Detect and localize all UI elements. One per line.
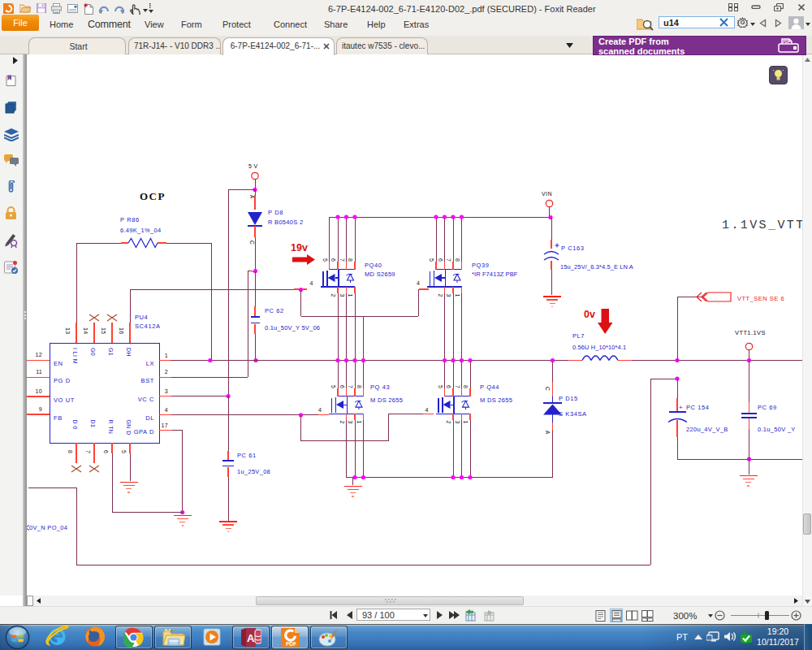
- svg-text:A: A: [247, 632, 255, 644]
- svg-text:14: 14: [83, 327, 89, 335]
- svg-text:PC 69: PC 69: [758, 404, 777, 411]
- svg-text:3: 3: [455, 421, 460, 424]
- svg-text:17: 17: [162, 422, 168, 428]
- svg-text:OCP: OCP: [140, 190, 166, 202]
- svg-text:PC 154: PC 154: [686, 404, 710, 411]
- svg-text:C: C: [249, 240, 255, 245]
- svg-text:P C163: P C163: [561, 245, 584, 252]
- svg-text:220u_4V_V_B: 220u_4V_V_B: [686, 426, 728, 433]
- svg-text:11: 11: [36, 369, 42, 375]
- svg-text:VTT1.1VS: VTT1.1VS: [735, 329, 766, 336]
- svg-text:8: 8: [356, 385, 362, 388]
- svg-text:6: 6: [330, 258, 336, 262]
- svg-text:R TN: R TN: [108, 420, 114, 435]
- svg-text:P R86: P R86: [120, 216, 140, 223]
- svg-text:G1: G1: [108, 348, 114, 356]
- svg-text:0.1u_50V _Y: 0.1u_50V _Y: [758, 426, 796, 433]
- svg-text:A: A: [249, 195, 255, 199]
- svg-text:EN: EN: [54, 360, 63, 367]
- svg-text:7: 7: [348, 385, 353, 388]
- svg-text:2: 2: [165, 369, 168, 375]
- svg-text:2: 2: [446, 421, 451, 424]
- svg-text:2: 2: [438, 294, 443, 297]
- svg-text:3: 3: [339, 294, 345, 297]
- svg-text:1: 1: [455, 294, 460, 297]
- svg-text:0.1u_50V_Y 5V_06: 0.1u_50V_Y 5V_06: [265, 324, 320, 332]
- svg-text:+: +: [679, 404, 683, 411]
- svg-text:3: 3: [446, 294, 451, 297]
- svg-text:I LI M: I LI M: [72, 348, 78, 364]
- svg-text:5 V: 5 V: [248, 163, 257, 169]
- svg-text:4: 4: [310, 280, 313, 286]
- svg-text:GPA D: GPA D: [134, 428, 154, 436]
- svg-text:PU4: PU4: [135, 314, 148, 321]
- svg-text:P D8: P D8: [268, 209, 283, 216]
- svg-text:10: 10: [36, 388, 42, 394]
- svg-text:6: 6: [446, 385, 451, 388]
- svg-text:6.49K_1%_04: 6.49K_1%_04: [120, 227, 161, 234]
- svg-text:1: 1: [356, 421, 362, 424]
- svg-text:PC 62: PC 62: [265, 307, 284, 314]
- svg-text:1: 1: [463, 421, 469, 424]
- svg-text:D 0: D 0: [72, 420, 78, 430]
- svg-text:7: 7: [446, 258, 451, 262]
- svg-text:LX: LX: [146, 360, 154, 367]
- svg-text:1u_25V_08: 1u_25V_08: [237, 468, 270, 475]
- svg-text:1.1VS_VTT: 1.1VS_VTT: [722, 219, 802, 232]
- svg-text:19v: 19v: [291, 242, 308, 254]
- svg-text:3: 3: [348, 421, 353, 424]
- svg-text:P Q44: P Q44: [480, 384, 499, 391]
- svg-text:1: 1: [165, 353, 168, 358]
- svg-text:PDF: PDF: [286, 641, 296, 647]
- svg-text:VIN: VIN: [542, 191, 552, 197]
- svg-text:VC C: VC C: [138, 396, 154, 403]
- svg-text:9: 9: [39, 406, 42, 412]
- svg-text:S K34SA: S K34SA: [559, 410, 587, 418]
- svg-text:MD S2659: MD S2659: [365, 271, 395, 278]
- svg-text:8: 8: [463, 385, 469, 388]
- svg-text:C: C: [545, 387, 551, 391]
- svg-text:R B0540S 2: R B0540S 2: [268, 219, 303, 226]
- svg-text:GN D: GN D: [126, 420, 132, 436]
- svg-text:12: 12: [36, 352, 42, 358]
- svg-text:PC 61: PC 61: [237, 452, 257, 459]
- svg-text:5: 5: [429, 258, 434, 262]
- svg-text:16: 16: [119, 327, 124, 335]
- svg-text:13: 13: [65, 327, 71, 335]
- svg-text:FB: FB: [54, 414, 63, 422]
- svg-text:15u_25V/_6.3*4.5_E LN A: 15u_25V/_6.3*4.5_E LN A: [560, 263, 633, 271]
- svg-text:*IR F7413Z PBF: *IR F7413Z PBF: [472, 271, 518, 278]
- svg-text:8: 8: [67, 450, 73, 453]
- svg-text:5: 5: [330, 385, 336, 388]
- svg-text:PQ39: PQ39: [472, 262, 490, 269]
- svg-text:7: 7: [85, 450, 91, 453]
- svg-text:G0: G0: [90, 348, 96, 356]
- svg-text:5: 5: [438, 385, 443, 388]
- svg-text:DL: DL: [145, 414, 154, 422]
- svg-text:M DS 2655: M DS 2655: [370, 396, 403, 404]
- svg-text:A: A: [545, 431, 551, 435]
- svg-text:7: 7: [455, 385, 460, 388]
- svg-text:4: 4: [425, 407, 429, 413]
- svg-text:4: 4: [165, 407, 168, 413]
- svg-text:M DS 2655: M DS 2655: [480, 396, 512, 404]
- svg-text:BST: BST: [141, 377, 154, 384]
- svg-text:0V_N PO_04: 0V_N PO_04: [29, 524, 67, 531]
- svg-text:SC412A: SC412A: [135, 323, 161, 330]
- svg-text:1: 1: [348, 294, 353, 297]
- svg-text:PDF: PDF: [783, 40, 790, 44]
- svg-text:6: 6: [438, 258, 443, 262]
- svg-text:0.56U H_10*10*4.1: 0.56U H_10*10*4.1: [572, 344, 626, 351]
- svg-text:0v: 0v: [584, 309, 595, 320]
- svg-text:2: 2: [330, 294, 336, 297]
- svg-text:DH: DH: [126, 348, 132, 357]
- svg-text:VTT_SEN SE 6: VTT_SEN SE 6: [737, 295, 784, 302]
- svg-text:8: 8: [348, 258, 353, 262]
- svg-text:P D15: P D15: [559, 395, 578, 402]
- svg-text:PL7: PL7: [572, 332, 585, 340]
- svg-text:5: 5: [322, 258, 328, 262]
- svg-text:4: 4: [318, 407, 322, 413]
- svg-text:3: 3: [165, 388, 168, 394]
- svg-text:PQ40: PQ40: [365, 262, 382, 269]
- svg-text:4: 4: [417, 280, 420, 286]
